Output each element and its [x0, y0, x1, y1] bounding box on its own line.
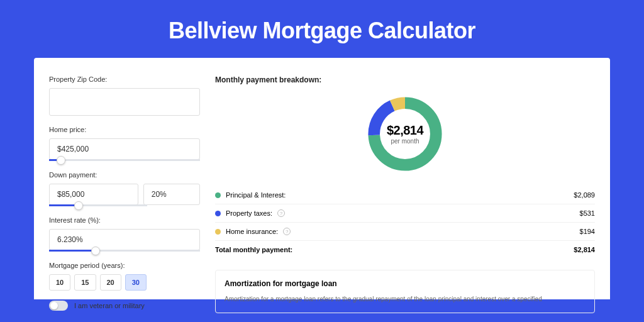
breakdown-row-principal: Principal & Interest: $2,089 [215, 186, 595, 204]
home-price-label: Home price: [49, 126, 200, 133]
slider-thumb[interactable] [74, 201, 83, 210]
info-icon[interactable]: ? [277, 209, 285, 217]
veteran-label: I am veteran or military [74, 302, 145, 309]
period-option-30[interactable]: 30 [125, 274, 147, 291]
zip-input[interactable] [49, 88, 200, 116]
breakdown-row-taxes: Property taxes: ? $531 [215, 204, 595, 223]
donut-center: $2,814 per month [364, 93, 446, 175]
down-payment-pct-input[interactable] [143, 184, 200, 205]
info-icon[interactable]: ? [283, 228, 291, 235]
breakdown-row-total: Total monthly payment: $2,814 [215, 241, 595, 258]
home-price-slider[interactable] [49, 159, 200, 161]
interest-slider[interactable] [49, 250, 200, 252]
zip-field-group: Property Zip Code: [49, 75, 200, 116]
down-payment-slider[interactable] [49, 204, 147, 206]
slider-thumb[interactable] [57, 156, 65, 165]
period-option-10[interactable]: 10 [49, 274, 70, 291]
period-option-20[interactable]: 20 [100, 274, 121, 291]
legend-dot [215, 192, 221, 198]
page-title: Bellview Mortgage Calculator [34, 0, 610, 58]
amortization-heading: Amortization for mortgage loan [225, 279, 586, 288]
breakdown-label: Principal & Interest: [226, 191, 286, 199]
legend-dot [215, 229, 221, 235]
down-payment-field-group: Down payment: [49, 171, 200, 206]
slider-fill [49, 250, 96, 252]
interest-label: Interest rate (%): [49, 216, 200, 224]
period-label: Mortgage period (years): [49, 262, 200, 269]
legend-dot [215, 211, 221, 216]
period-field-group: Mortgage period (years): 10 15 20 30 [49, 262, 200, 291]
down-payment-label: Down payment: [49, 171, 200, 179]
amortization-section: Amortization for mortgage loan Amortizat… [215, 270, 595, 313]
breakdown-value: $531 [580, 209, 595, 217]
interest-input[interactable] [49, 229, 200, 250]
veteran-toggle[interactable] [49, 301, 68, 311]
breakdown-label: Property taxes: [226, 209, 272, 217]
donut-chart-wrap: $2,814 per month [215, 93, 595, 175]
breakdown-value: $194 [580, 228, 595, 235]
inputs-panel: Property Zip Code: Home price: Down paym… [49, 75, 200, 299]
calculator-card: Property Zip Code: Home price: Down paym… [34, 58, 610, 299]
donut-chart: $2,814 per month [364, 93, 446, 175]
interest-field-group: Interest rate (%): [49, 216, 200, 252]
donut-sublabel: per month [391, 138, 419, 145]
down-payment-amount-input[interactable] [49, 184, 138, 205]
breakdown-total-label: Total monthly payment: [215, 246, 292, 253]
breakdown-heading: Monthly payment breakdown: [215, 75, 595, 84]
donut-total: $2,814 [387, 123, 423, 138]
period-option-15[interactable]: 15 [74, 274, 96, 291]
slider-thumb[interactable] [91, 247, 100, 255]
amortization-text: Amortization for a mortgage loan refers … [225, 294, 586, 304]
zip-label: Property Zip Code: [49, 75, 200, 83]
period-options: 10 15 20 30 [49, 274, 200, 291]
veteran-toggle-row: I am veteran or military [49, 301, 200, 311]
breakdown-label: Home insurance: [226, 228, 278, 235]
home-price-input[interactable] [49, 138, 200, 160]
breakdown-row-insurance: Home insurance: ? $194 [215, 223, 595, 241]
breakdown-panel: Monthly payment breakdown: $2,814 per mo… [215, 75, 595, 299]
home-price-field-group: Home price: [49, 126, 200, 161]
breakdown-total-value: $2,814 [574, 246, 595, 253]
breakdown-value: $2,089 [574, 191, 595, 199]
